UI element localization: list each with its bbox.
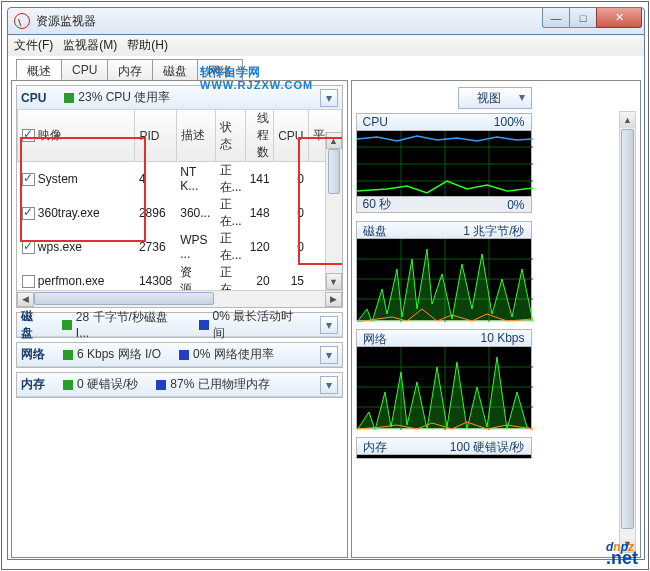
chart-max: 10 Kbps [480,331,524,346]
mem-title: 内存 [21,376,45,393]
net-metric1: 6 Kbps 网络 I/O [77,346,161,363]
tab-memory[interactable]: 内存 [107,59,153,80]
maximize-button[interactable]: □ [569,8,597,28]
tab-network[interactable]: 网络 [197,59,243,80]
col-pid[interactable]: PID [135,110,176,162]
process-table: 映像 PID 描述 状态 线程数 CPU 平… System4NT K...正在… [17,110,342,290]
scroll-right-icon[interactable]: ▶ [325,292,342,307]
col-desc[interactable]: 描述 [176,110,215,162]
disk-metric2: 0% 最长活动时间 [213,308,303,342]
menu-file[interactable]: 文件(F) [14,37,53,54]
cpu-chart: CPU100% 60 秒0% [356,113,532,213]
table-vscrollbar[interactable]: ▲ ▼ [325,132,342,290]
tab-cpu[interactable]: CPU [61,59,108,80]
mem-expand-button[interactable]: ▾ [320,376,338,394]
tabs: 概述 CPU 内存 磁盘 网络 [16,59,242,80]
net-metric2: 0% 网络使用率 [193,346,274,363]
col-threads[interactable]: 线程数 [246,110,274,162]
col-status[interactable]: 状态 [216,110,246,162]
scroll-up-icon[interactable]: ▲ [620,112,635,128]
table-row[interactable]: 360tray.exe2896360...正在...1480 [18,196,342,230]
row-checkbox[interactable] [22,275,35,288]
chart-foot-l: 60 秒 [363,196,392,213]
right-panel: 视图 CPU100% 60 秒0% 磁盘1 兆字节/秒 [351,80,642,558]
window-title: 资源监视器 [36,13,543,30]
scroll-left-icon[interactable]: ◀ [17,292,34,307]
cpu-title: CPU [21,91,46,105]
net-legend2-icon [179,350,189,360]
menu-help[interactable]: 帮助(H) [127,37,168,54]
row-checkbox[interactable] [22,241,35,254]
disk-chart-svg [357,239,533,322]
net-chart-svg [357,347,533,430]
hscroll-thumb[interactable] [34,292,214,305]
table-header-row: 映像 PID 描述 状态 线程数 CPU 平… [18,110,342,162]
scroll-thumb[interactable] [621,129,634,529]
disk-chart: 磁盘1 兆字节/秒 [356,221,532,321]
close-button[interactable]: ✕ [596,8,642,28]
col-cpu[interactable]: CPU [274,110,308,162]
tab-overview[interactable]: 概述 [16,59,62,80]
app-icon [14,13,30,29]
disk-expand-button[interactable]: ▾ [320,316,337,334]
tab-disk[interactable]: 磁盘 [152,59,198,80]
cpu-chart-svg [357,131,533,198]
table-row[interactable]: System4NT K...正在...1410 [18,162,342,197]
row-checkbox[interactable] [22,207,35,220]
disk-legend2-icon [199,320,209,330]
header-checkbox[interactable] [22,129,35,142]
cpu-legend-icon [64,93,74,103]
scroll-thumb[interactable] [328,149,340,194]
net-legend1-icon [63,350,73,360]
cpu-collapse-button[interactable]: ▾ [320,89,338,107]
mem-legend1-icon [63,380,73,390]
disk-title: 磁盘 [21,308,44,342]
memory-section: 内存 0 硬错误/秒 87% 已用物理内存 ▾ [16,372,343,398]
table-row[interactable]: perfmon.exe14308资源...正在...2015 [18,264,342,290]
mem-legend2-icon [156,380,166,390]
minimize-button[interactable]: — [542,8,570,28]
titlebar[interactable]: 资源监视器 — □ ✕ [7,7,645,35]
network-chart: 网络10 Kbps [356,329,532,429]
chart-title: 内存 [363,439,387,454]
cpu-section: CPU 23% CPU 使用率 ▾ 映像 PID 描述 状态 线程数 [16,85,343,308]
scroll-up-icon[interactable]: ▲ [326,132,342,149]
scroll-down-icon[interactable]: ▼ [326,273,342,290]
view-dropdown[interactable]: 视图 [458,87,532,109]
cpu-usage-label: 23% CPU 使用率 [78,89,170,106]
memory-chart: 内存100 硬错误/秒 [356,437,532,459]
chart-max: 100% [494,115,525,130]
disk-metric1: 28 千字节/秒磁盘 I... [76,309,181,340]
left-panel: CPU 23% CPU 使用率 ▾ 映像 PID 描述 状态 线程数 [11,80,348,558]
row-checkbox[interactable] [22,173,35,186]
watermark-dnpz: dnpz .net [606,524,638,569]
chart-foot-r: 0% [507,198,524,212]
menubar: 文件(F) 监视器(M) 帮助(H) [7,35,645,56]
net-title: 网络 [21,346,45,363]
chart-title: 磁盘 [363,223,387,238]
mem-metric2: 87% 已用物理内存 [170,376,269,393]
chart-max: 100 硬错误/秒 [450,439,525,454]
right-vscrollbar[interactable]: ▲ ▼ [619,111,636,553]
chart-title: 网络 [363,331,387,346]
col-image[interactable]: 映像 [18,110,135,162]
table-hscrollbar[interactable]: ◀ ▶ [17,290,342,307]
menu-monitor[interactable]: 监视器(M) [63,37,117,54]
mem-metric1: 0 硬错误/秒 [77,376,138,393]
net-expand-button[interactable]: ▾ [320,346,338,364]
chart-title: CPU [363,115,388,130]
table-row[interactable]: wps.exe2736WPS ...正在...1200 [18,230,342,264]
disk-section: 磁盘 28 千字节/秒磁盘 I... 0% 最长活动时间 ▾ [16,312,343,338]
disk-legend1-icon [62,320,72,330]
chart-max: 1 兆字节/秒 [463,223,524,238]
network-section: 网络 6 Kbps 网络 I/O 0% 网络使用率 ▾ [16,342,343,368]
